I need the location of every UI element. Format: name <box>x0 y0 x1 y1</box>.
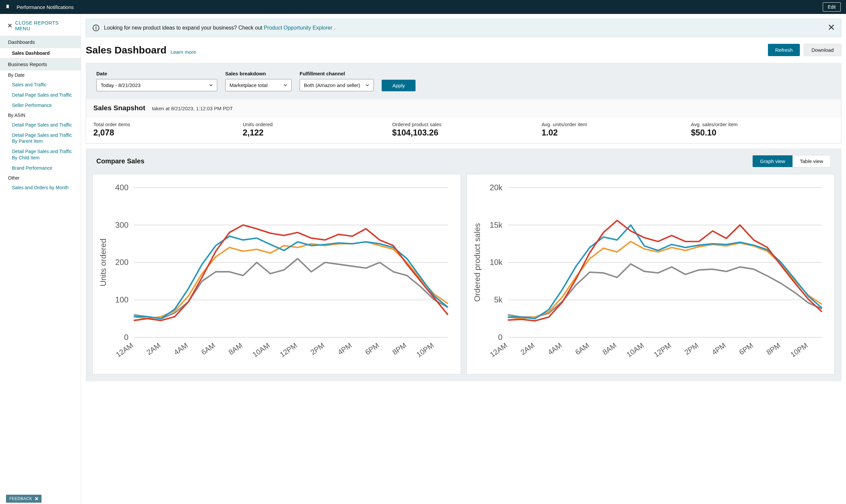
filter-label: Date <box>96 71 217 76</box>
sidebar-link[interactable]: Sales and Traffic <box>0 80 81 90</box>
title-row: Sales Dashboard Learn more Refresh Downl… <box>81 37 846 63</box>
charts-row: 010020030040012AM2AM4AM6AM8AM10AM12PM2PM… <box>92 174 835 375</box>
metric-label: Units ordered <box>243 122 386 127</box>
svg-text:12PM: 12PM <box>278 341 299 359</box>
svg-text:6PM: 6PM <box>737 341 754 356</box>
nav-group-by-asin: By ASIN <box>0 111 81 120</box>
download-button[interactable]: Download <box>804 44 841 56</box>
filter-label: Sales breakdown <box>225 71 292 76</box>
metric-value: 2,078 <box>93 128 236 138</box>
svg-text:6AM: 6AM <box>574 341 591 356</box>
line-chart: 010020030040012AM2AM4AM6AM8AM10AM12PM2PM… <box>96 178 455 371</box>
close-menu-label: CLOSE REPORTS MENU <box>15 20 73 31</box>
snapshot-title: Sales Snapshot <box>93 104 145 112</box>
table-view-tab[interactable]: Table view <box>793 156 830 167</box>
svg-text:4PM: 4PM <box>710 341 727 356</box>
filter-label: Fulfillment channel <box>300 71 374 76</box>
svg-text:0: 0 <box>124 333 128 342</box>
svg-text:10AM: 10AM <box>625 341 645 359</box>
svg-text:8PM: 8PM <box>391 341 408 356</box>
learn-more-link[interactable]: Learn more <box>171 49 196 55</box>
svg-text:15k: 15k <box>490 220 503 230</box>
chevron-down-icon <box>209 82 213 88</box>
chevron-down-icon <box>365 82 369 88</box>
view-toggle: Graph view Table view <box>752 155 831 167</box>
sidebar-link[interactable]: Detail Page Sales and Traffic <box>0 120 81 130</box>
close-reports-menu[interactable]: CLOSE REPORTS MENU <box>0 20 81 36</box>
metric-value: $104,103.26 <box>392 128 535 138</box>
filter-breakdown: Sales breakdown Marketplace total <box>225 71 292 91</box>
svg-text:2PM: 2PM <box>683 341 700 356</box>
date-select[interactable]: Today - 8/21/2023 <box>96 79 217 91</box>
filter-date: Date Today - 8/21/2023 <box>96 71 217 91</box>
svg-text:8PM: 8PM <box>764 341 781 356</box>
svg-text:0: 0 <box>498 333 502 342</box>
metric-label: Avg. units/order item <box>542 122 684 127</box>
metric-label: Avg. sales/order item <box>691 122 834 127</box>
svg-text:5k: 5k <box>494 295 502 304</box>
svg-text:4AM: 4AM <box>172 341 189 356</box>
metric: Avg. units/order item 1.02 <box>542 122 684 138</box>
edit-button[interactable]: Edit <box>823 2 841 12</box>
sidebar-link[interactable]: Detail Page Sales and Traffic By Child I… <box>0 146 81 163</box>
bookmark-icon[interactable] <box>5 4 10 10</box>
svg-text:10k: 10k <box>490 258 503 267</box>
svg-text:Units ordered: Units ordered <box>99 239 108 287</box>
sales-snapshot: Sales Snapshot taken at 8/21/2023, 1:12:… <box>86 99 841 144</box>
snapshot-metrics: Total order items 2,078 Units ordered 2,… <box>86 117 841 143</box>
nav-group-by-date: By Date <box>0 70 81 80</box>
sidebar-link[interactable]: Detail Page Sales and Traffic By Parent … <box>0 130 81 147</box>
chevron-down-icon <box>283 82 287 88</box>
svg-text:2PM: 2PM <box>309 341 326 356</box>
svg-text:400: 400 <box>115 183 128 192</box>
svg-text:8AM: 8AM <box>601 341 618 356</box>
metric-value: 1.02 <box>542 128 684 138</box>
metric: Ordered product sales $104,103.26 <box>392 122 535 138</box>
channel-select[interactable]: Both (Amazon and seller) <box>300 79 374 91</box>
svg-text:200: 200 <box>115 258 128 267</box>
svg-text:12PM: 12PM <box>652 341 672 359</box>
topbar: Performance Notifications Edit <box>0 0 846 14</box>
info-banner: i Looking for new product ideas to expan… <box>86 19 841 37</box>
line-chart: 05k10k15k20k12AM2AM4AM6AM8AM10AM12PM2PM4… <box>471 178 829 371</box>
chart-ordered-product-sales: 05k10k15k20k12AM2AM4AM6AM8AM10AM12PM2PM4… <box>466 174 835 375</box>
metric: Avg. sales/order item $50.10 <box>691 122 834 138</box>
title-actions: Refresh Download <box>768 44 841 56</box>
snapshot-header: Sales Snapshot taken at 8/21/2023, 1:12:… <box>86 99 841 117</box>
sidebar-link[interactable]: Brand Performance <box>0 163 81 173</box>
banner-text: Looking for new product ideas to expand … <box>104 25 335 31</box>
svg-text:6AM: 6AM <box>200 341 216 356</box>
breakdown-select[interactable]: Marketplace total <box>225 79 292 91</box>
chart-units-ordered: 010020030040012AM2AM4AM6AM8AM10AM12PM2PM… <box>92 174 461 375</box>
metric-label: Total order items <box>93 122 236 127</box>
svg-text:20k: 20k <box>490 183 503 192</box>
nav-group-other: Other <box>0 173 81 183</box>
svg-text:10PM: 10PM <box>415 341 435 359</box>
snapshot-timestamp: taken at 8/21/2023, 1:12:03 PM PDT <box>152 106 233 111</box>
sidebar-link[interactable]: Detail Page Sales and Traffic <box>0 90 81 100</box>
metric: Total order items 2,078 <box>93 122 236 138</box>
banner-link[interactable]: Product Opportunity Explorer <box>264 25 334 31</box>
filter-channel: Fulfillment channel Both (Amazon and sel… <box>300 71 374 91</box>
metric-value: $50.10 <box>691 128 834 138</box>
close-icon[interactable] <box>828 24 834 32</box>
sidebar-link[interactable]: Seller Performance <box>0 100 81 111</box>
filter-bar: Date Today - 8/21/2023 Sales breakdown M… <box>86 63 841 99</box>
topbar-left: Performance Notifications <box>5 4 74 10</box>
refresh-button[interactable]: Refresh <box>768 44 800 56</box>
apply-button[interactable]: Apply <box>382 80 416 91</box>
graph-view-tab[interactable]: Graph view <box>753 156 793 167</box>
metric-value: 2,122 <box>243 128 386 138</box>
sidebar-link[interactable]: Sales and Orders by Month <box>0 183 81 193</box>
sidebar-item-sales-dashboard[interactable]: Sales Dashboard <box>0 48 81 58</box>
svg-text:Ordered product sales: Ordered product sales <box>472 223 481 302</box>
svg-text:300: 300 <box>115 220 128 230</box>
svg-text:10AM: 10AM <box>251 341 271 359</box>
metric: Units ordered 2,122 <box>243 122 386 138</box>
feedback-button[interactable]: FEEDBACK <box>6 495 41 503</box>
svg-text:4PM: 4PM <box>336 341 353 356</box>
compare-sales: Compare Sales Graph view Table view 0100… <box>86 148 841 381</box>
compare-title: Compare Sales <box>96 157 144 165</box>
page-header-title: Performance Notifications <box>17 4 74 10</box>
page-title: Sales Dashboard <box>86 44 166 56</box>
